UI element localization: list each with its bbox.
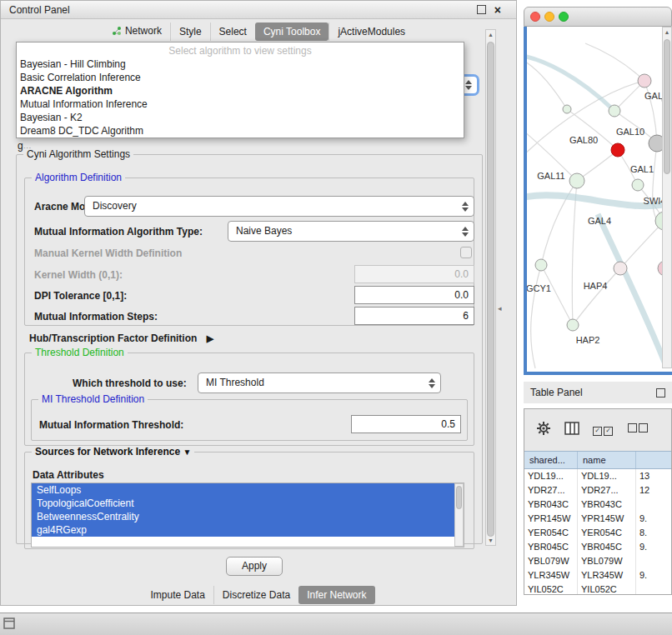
tab-impute-data-label: Impute Data bbox=[150, 589, 204, 601]
node[interactable] bbox=[535, 259, 547, 271]
list-item-selected[interactable]: BetweennessCentrality bbox=[32, 510, 459, 523]
table-header-row: shared... name bbox=[524, 451, 672, 469]
splitter-collapse-icon[interactable]: ◂ bbox=[498, 305, 502, 312]
algorithm-option[interactable]: Basic Correlation Inference bbox=[17, 71, 464, 84]
select-all-checkboxes-icon[interactable]: ✓✓ bbox=[593, 423, 614, 436]
tab-select[interactable]: Select bbox=[210, 22, 255, 41]
tab-jactivemodules[interactable]: jActiveModules bbox=[328, 22, 414, 41]
column-header[interactable] bbox=[636, 452, 672, 468]
table-row[interactable]: YBL079WYBL079W bbox=[524, 554, 672, 568]
node[interactable] bbox=[569, 173, 584, 188]
close-window-icon[interactable] bbox=[530, 12, 540, 22]
float-panel-icon[interactable] bbox=[656, 388, 665, 398]
node[interactable] bbox=[632, 179, 644, 191]
table-row[interactable]: YBR043CYBR043C bbox=[524, 498, 672, 512]
scroll-down-icon[interactable]: ▼ bbox=[486, 538, 495, 543]
table-panel-header: Table Panel bbox=[524, 382, 672, 403]
combo-arrows-icon bbox=[465, 80, 472, 90]
list-item-selected[interactable]: TopologicalCoefficient bbox=[32, 497, 459, 510]
table-panel-window: ✓✓ shared... name YDL19...YDL19...13 YDR… bbox=[524, 408, 672, 595]
close-panel-icon[interactable]: × bbox=[494, 6, 501, 14]
network-scrollbar-thumb[interactable] bbox=[664, 39, 670, 174]
dpi-tolerance-input[interactable] bbox=[354, 286, 474, 304]
manual-kernel-checkbox[interactable] bbox=[460, 247, 472, 258]
panel-scrollbar-thumb[interactable] bbox=[487, 42, 494, 537]
algorithm-option[interactable]: Bayesian - Hill Climbing bbox=[17, 58, 464, 71]
mi-steps-label: Mutual Information Steps: bbox=[34, 311, 158, 322]
scroll-up-icon[interactable]: ▲ bbox=[486, 32, 495, 38]
docked-panel-icon[interactable] bbox=[3, 618, 15, 632]
algorithm-option-selected[interactable]: ARACNE Algorithm bbox=[17, 84, 464, 98]
table-row[interactable]: YDL19...YDL19...13 bbox=[524, 469, 672, 483]
node-label: HAP2 bbox=[576, 335, 600, 345]
node[interactable] bbox=[655, 212, 662, 230]
tab-infer-network[interactable]: Infer Network bbox=[298, 586, 374, 604]
table-row[interactable]: YER054CYER054C8. bbox=[524, 526, 672, 540]
node[interactable] bbox=[567, 319, 579, 331]
scroll-up-icon[interactable]: ▲ bbox=[663, 29, 671, 35]
tab-impute-data[interactable]: Impute Data bbox=[142, 586, 213, 604]
tab-style[interactable]: Style bbox=[170, 22, 210, 41]
table-row[interactable]: YDR27...YDR27...12 bbox=[524, 483, 672, 498]
control-panel-window: Control Panel × Network Style Select Cyn… bbox=[0, 0, 517, 606]
hub-definition-expander[interactable]: Hub/Transcription Factor Definition ▶ bbox=[29, 332, 213, 344]
apply-button[interactable]: Apply bbox=[226, 557, 283, 576]
sources-expander[interactable]: Sources for Network Inference ▼ bbox=[32, 446, 194, 458]
cell: 13 bbox=[636, 469, 672, 483]
settings-gear-icon[interactable] bbox=[536, 421, 551, 438]
mi-threshold-input[interactable] bbox=[351, 415, 461, 433]
combo-arrows-icon bbox=[429, 378, 435, 388]
tab-jactivemodules-label: jActiveModules bbox=[338, 26, 405, 38]
apply-button-label: Apply bbox=[242, 560, 267, 572]
table-row[interactable]: YPR145WYPR145W9. bbox=[524, 512, 672, 526]
tab-network[interactable]: Network bbox=[103, 22, 170, 42]
list-item-selected[interactable]: gal4RGexp bbox=[32, 523, 459, 537]
mi-type-combobox[interactable]: Naive Bayes bbox=[228, 221, 474, 242]
tab-discretize-data[interactable]: Discretize Data bbox=[213, 586, 298, 604]
kernel-width-input[interactable] bbox=[354, 265, 474, 283]
node[interactable] bbox=[609, 105, 620, 117]
network-canvas[interactable]: GAL80 GAL10 GAL11 GAL1 SWI4 GAL4 GCY1 HA… bbox=[527, 27, 662, 368]
deselect-all-checkboxes-icon[interactable] bbox=[628, 423, 649, 435]
node-gray[interactable] bbox=[649, 135, 662, 152]
combo-arrows-icon bbox=[462, 202, 469, 212]
node-label: GAL bbox=[644, 91, 662, 101]
column-header[interactable]: shared... bbox=[524, 452, 578, 468]
hub-definition-label: Hub/Transcription Factor Definition bbox=[29, 332, 197, 344]
float-window-icon[interactable] bbox=[477, 5, 486, 14]
list-scrollbar[interactable] bbox=[454, 483, 464, 547]
node[interactable] bbox=[614, 262, 627, 275]
tab-select-label: Select bbox=[219, 26, 247, 38]
mi-threshold-label: Mutual Information Threshold: bbox=[39, 419, 183, 431]
algorithm-option[interactable]: Dream8 DC_TDC Algorithm bbox=[17, 124, 464, 138]
table-row[interactable]: YBR045CYBR045C9. bbox=[524, 540, 672, 554]
aracne-mode-combobox[interactable]: Discovery bbox=[84, 196, 474, 217]
which-threshold-combobox[interactable]: MI Threshold bbox=[198, 372, 441, 393]
node[interactable] bbox=[638, 74, 651, 88]
mi-threshold-group-title: MI Threshold Definition bbox=[38, 393, 148, 405]
node[interactable] bbox=[563, 105, 571, 113]
zoom-window-icon[interactable] bbox=[559, 12, 569, 22]
list-item-selected[interactable]: SelfLoops bbox=[32, 483, 459, 497]
minimize-window-icon[interactable] bbox=[544, 12, 554, 22]
cell: YBR045C bbox=[578, 540, 636, 554]
network-graph: GAL80 GAL10 GAL11 GAL1 SWI4 GAL4 GCY1 HA… bbox=[527, 27, 662, 368]
cell: YER054C bbox=[524, 526, 578, 540]
cell: YBR043C bbox=[578, 498, 636, 512]
panel-scrollbar[interactable]: ▲ ▼ bbox=[485, 29, 496, 546]
table-row[interactable]: YIL052CYIL052C bbox=[524, 582, 672, 595]
expand-right-icon: ▶ bbox=[207, 333, 213, 343]
tab-discretize-data-label: Discretize Data bbox=[223, 589, 290, 601]
list-scrollbar-thumb[interactable] bbox=[456, 486, 462, 509]
algorithm-option[interactable]: Mutual Information Inference bbox=[17, 98, 464, 111]
node-selected-red[interactable] bbox=[611, 143, 624, 157]
mi-steps-input[interactable] bbox=[354, 307, 474, 325]
cell: 9. bbox=[636, 568, 672, 582]
tab-cyni-toolbox[interactable]: Cyni Toolbox bbox=[255, 22, 328, 41]
column-visibility-icon[interactable] bbox=[564, 422, 579, 438]
node-label: SWI4 bbox=[644, 196, 662, 206]
network-scrollbar[interactable]: ▲ bbox=[662, 27, 672, 368]
algorithm-option[interactable]: Bayesian - K2 bbox=[17, 111, 464, 124]
column-header[interactable]: name bbox=[578, 452, 636, 468]
table-row[interactable]: YLR345WYLR345W9. bbox=[524, 568, 672, 582]
